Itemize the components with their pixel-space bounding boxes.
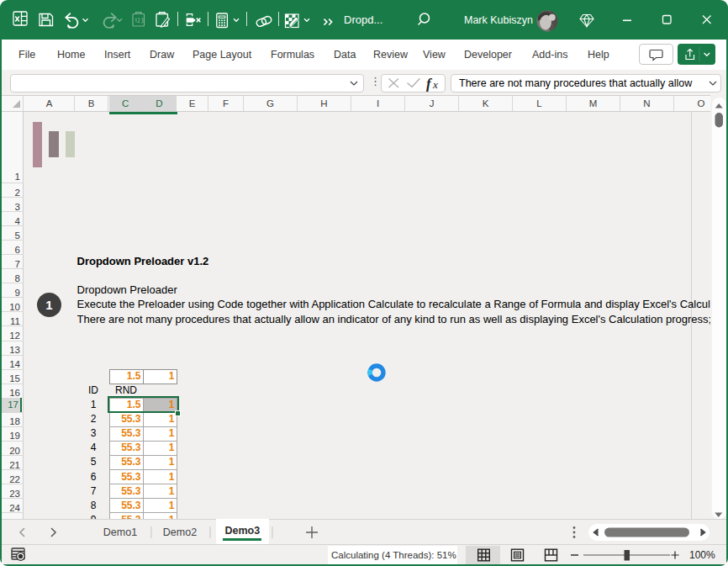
svg-text:x: x	[432, 78, 438, 91]
svg-text:f: f	[426, 76, 433, 92]
